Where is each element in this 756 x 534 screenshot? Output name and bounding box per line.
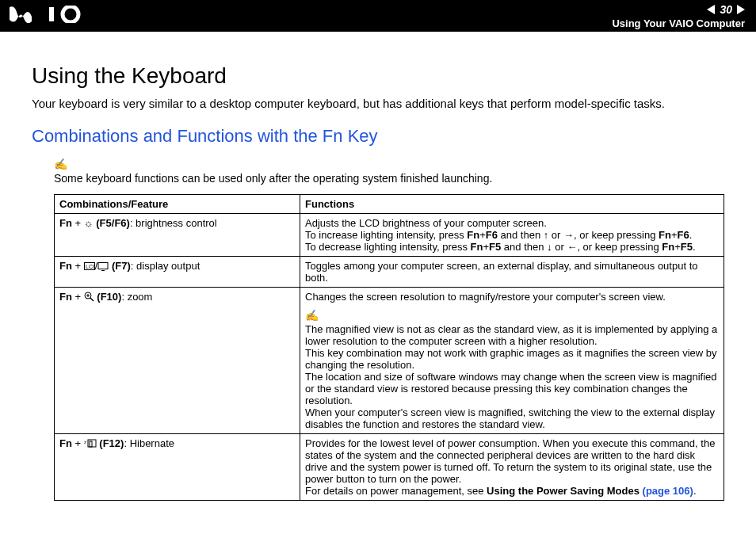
monitor-icon [97, 262, 109, 271]
combo-hibernate: Fn + z (F12): Hibernate [55, 434, 300, 501]
func-zoom: Changes the screen resolution to magnify… [300, 288, 724, 434]
header-bar: 30 Using Your VAIO Computer [0, 0, 756, 32]
func-brightness: Adjusts the LCD brightness of your compu… [300, 214, 724, 257]
combo-brightness: Fn + ☼ (F5/F6): brightness control [55, 214, 300, 257]
combo-display: Fn + LCD/ (F7): display output [55, 257, 300, 288]
svg-rect-4 [98, 263, 108, 269]
left-arrow-icon: ← [567, 241, 577, 253]
top-note: ✍ Some keyboard functions can be used on… [32, 158, 724, 185]
prev-page-icon[interactable] [707, 5, 715, 14]
svg-text:LCD: LCD [86, 264, 95, 269]
right-arrow-icon: → [563, 229, 574, 241]
svg-rect-12 [90, 441, 92, 447]
page-nav: 30 [612, 3, 745, 16]
svg-text:z: z [84, 440, 86, 444]
col2-header: Functions [300, 195, 724, 214]
subheading: Combinations and Functions with the Fn K… [32, 126, 724, 147]
svg-rect-0 [49, 7, 54, 21]
intro-text: Your keyboard is very similar to a deskt… [32, 97, 724, 110]
magnifier-icon [84, 292, 94, 302]
col1-header: Combinations/Feature [55, 195, 300, 214]
top-note-text: Some keyboard functions can be used only… [54, 172, 492, 185]
table-row: Fn + (F10): zoom Changes the screen reso… [55, 288, 724, 434]
table-row: Fn + ☼ (F5/F6): brightness control Adjus… [55, 214, 724, 257]
page-link[interactable]: (page 106) [643, 485, 693, 497]
page-number: 30 [720, 3, 732, 16]
section-label: Using Your VAIO Computer [612, 17, 745, 29]
pencil-icon: ✍ [54, 158, 67, 170]
hibernate-icon: z [84, 439, 97, 448]
svg-point-1 [63, 6, 78, 22]
combo-zoom: Fn + (F10): zoom [55, 288, 300, 434]
lcd-icon: LCD [84, 262, 95, 271]
next-page-icon[interactable] [737, 5, 745, 14]
page-content: Using the Keyboard Your keyboard is very… [0, 32, 756, 517]
page-title: Using the Keyboard [32, 63, 724, 89]
vaio-logo [10, 4, 84, 29]
func-display: Toggles among your computer screen, an e… [300, 257, 724, 288]
header-right: 30 Using Your VAIO Computer [612, 3, 745, 29]
svg-line-7 [90, 298, 94, 301]
fn-table: Combinations/Feature Functions Fn + ☼ (F… [54, 194, 724, 501]
table-row: Fn + LCD/ (F7): display output Toggles a… [55, 257, 724, 288]
brightness-icon: ☼ [84, 217, 94, 229]
func-hibernate: Provides for the lowest level of power c… [300, 434, 724, 501]
table-row: Fn + z (F12): Hibernate Provides for the… [55, 434, 724, 501]
table-header-row: Combinations/Feature Functions [55, 195, 724, 214]
pencil-icon: ✍ [305, 309, 319, 322]
